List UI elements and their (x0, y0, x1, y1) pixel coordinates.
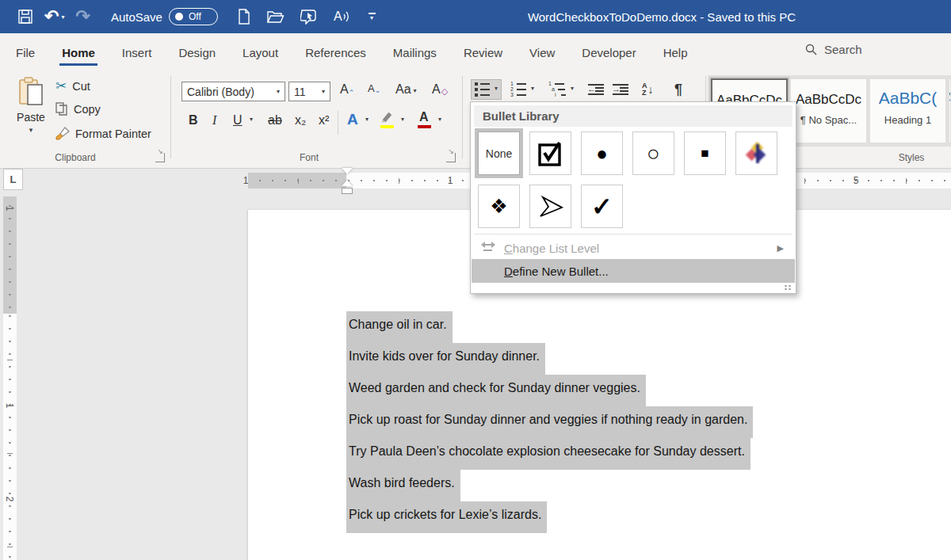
style-heading-1[interactable]: AaBbC( Heading 1 (869, 78, 946, 143)
search-box[interactable]: Search (805, 43, 862, 56)
paragraph-selected[interactable]: Pick up roast for Sunday dinner and vegg… (346, 406, 753, 438)
tab-file[interactable]: File (2, 36, 48, 67)
bullet-option-checkbox[interactable] (529, 131, 571, 175)
indent-markers[interactable] (341, 168, 353, 200)
sort-button[interactable]: AZ ↓ (639, 79, 657, 100)
numbering-button[interactable]: 1 2 3 ▾ (507, 79, 537, 100)
colored-star-bullet-icon (746, 143, 768, 165)
undo-button[interactable]: ↶ ▾ (44, 8, 64, 25)
touch-mouse-mode-icon[interactable] (300, 9, 318, 25)
open-folder-icon[interactable] (267, 10, 285, 24)
tab-references[interactable]: References (292, 36, 380, 67)
tab-home[interactable]: Home (48, 36, 109, 67)
numbering-caret[interactable]: ▾ (531, 85, 534, 92)
paragraph-selected[interactable]: Wash bird feeders. (346, 470, 753, 501)
ruler-number: 2 (4, 494, 15, 504)
font-color-button[interactable]: A (418, 112, 432, 129)
font-size-caret[interactable]: ▾ (322, 88, 325, 95)
vertical-ruler[interactable] (3, 196, 17, 560)
bullet-option-filled-square[interactable]: ■ (684, 131, 726, 175)
font-size-combobox[interactable]: 11 ▾ (288, 82, 330, 101)
tab-layout[interactable]: Layout (229, 36, 292, 67)
bold-button[interactable]: B (189, 113, 198, 128)
show-paragraph-marks-button[interactable]: ¶ (671, 79, 686, 100)
format-painter-brush-icon (55, 127, 70, 140)
menu-resize-grip[interactable] (784, 284, 792, 291)
font-dialog-launcher[interactable] (446, 153, 456, 162)
paste-button[interactable]: Paste ▾ (11, 77, 51, 151)
format-painter-button[interactable]: Format Painter (55, 127, 151, 140)
multilevel-caret[interactable]: ▾ (571, 85, 574, 92)
bullet-option-none[interactable]: None (478, 131, 520, 175)
subscript-button[interactable]: x₂ (295, 113, 306, 128)
customize-qat-icon[interactable]: ▾ (369, 13, 376, 21)
document-text[interactable]: Change oil in car. Invite kids over for … (346, 311, 753, 533)
bullet-option-filled-circle[interactable]: ● (581, 131, 623, 175)
bullet-option-arrowhead[interactable] (529, 185, 571, 228)
undo-dropdown-caret[interactable]: ▾ (61, 13, 64, 21)
paragraph-selected[interactable]: Invite kids over for Sunday dinner. (346, 343, 753, 375)
font-group-label: Font (277, 152, 341, 163)
new-document-icon[interactable] (237, 9, 251, 25)
font-name-combobox[interactable]: Calibri (Body) ▾ (181, 82, 285, 101)
decrease-indent-button[interactable]: ← (585, 79, 607, 100)
autosave-toggle-knob (175, 13, 183, 21)
bullet-option-open-circle[interactable]: ○ (632, 131, 674, 175)
underline-button[interactable]: U (233, 113, 243, 128)
tab-help[interactable]: Help (650, 36, 701, 67)
redo-button-disabled: ↷ (75, 8, 90, 25)
font-name-caret[interactable]: ▾ (277, 88, 280, 95)
tab-design[interactable]: Design (165, 36, 229, 67)
shrink-font-button[interactable]: A⌄ (368, 82, 380, 94)
title-bar: ↶ ▾ ↷ AutoSave Off (0, 0, 951, 33)
tab-developer[interactable]: Developer (568, 36, 649, 67)
horizontal-ruler-margin[interactable] (248, 173, 346, 189)
tab-insert[interactable]: Insert (109, 36, 166, 67)
left-indent-marker[interactable] (342, 188, 353, 194)
text-effects-button[interactable]: A (347, 111, 358, 128)
increase-indent-button[interactable]: → (609, 79, 632, 100)
bullet-option-colored-star[interactable] (735, 131, 777, 175)
tab-view[interactable]: View (516, 36, 568, 67)
change-case-button[interactable]: Aa▾ (395, 82, 417, 97)
autosave-control[interactable]: AutoSave Off (111, 8, 218, 25)
text-effects-caret[interactable]: ▾ (363, 116, 369, 125)
bullet-option-four-diamonds[interactable]: ❖ (478, 185, 520, 228)
grow-font-button[interactable]: A⌃ (340, 82, 354, 97)
highlight-button[interactable] (380, 112, 395, 128)
bullet-library-header: Bullet Library (474, 105, 792, 127)
numbering-icon: 1 2 3 (510, 82, 526, 97)
multilevel-list-button[interactable]: 1 a i ▾ (545, 79, 577, 100)
save-icon[interactable] (17, 9, 33, 25)
paste-dropdown-caret[interactable]: ▾ (29, 126, 33, 134)
read-aloud-icon[interactable]: A (334, 10, 351, 24)
tab-selector[interactable]: L (3, 169, 23, 190)
bullets-button[interactable]: ▾ (471, 79, 502, 100)
font-color-caret[interactable]: ▾ (436, 116, 441, 125)
clipboard-dialog-launcher[interactable] (155, 153, 165, 162)
paragraph-selected[interactable]: Change oil in car. (346, 311, 753, 343)
style-no-spacing[interactable]: AaBbCcDc ¶ No Spac... (790, 78, 867, 143)
copy-button[interactable]: Copy (55, 102, 101, 116)
autosave-toggle[interactable]: Off (169, 8, 218, 25)
superscript-button[interactable]: x² (319, 113, 329, 128)
clear-formatting-button[interactable]: A◇ (432, 82, 448, 97)
paragraph-selected[interactable]: Pick up crickets for Lexie’s lizards. (346, 501, 753, 533)
highlight-caret[interactable]: ▾ (399, 116, 404, 125)
paragraph-selected[interactable]: Try Paula Deen’s chocolate explosion che… (346, 438, 753, 470)
underline-caret[interactable]: ▾ (247, 116, 253, 125)
bullet-option-checkmark[interactable]: ✓ (581, 185, 623, 228)
hanging-indent-marker[interactable] (342, 180, 353, 186)
cut-button[interactable]: ✂ Cut (55, 78, 90, 94)
bullets-caret[interactable]: ▾ (495, 85, 498, 92)
tab-review[interactable]: Review (450, 36, 516, 67)
ruler-number: 1 (4, 204, 15, 213)
paragraph-selected[interactable]: Weed garden and check for Sunday dinner … (346, 375, 753, 406)
first-line-indent-marker[interactable] (342, 168, 353, 174)
highlighter-pen-icon (380, 112, 395, 128)
strikethrough-button[interactable]: ab (268, 113, 282, 128)
italic-button[interactable]: I (212, 113, 216, 128)
tab-mailings[interactable]: Mailings (380, 36, 450, 67)
group-divider (462, 76, 463, 158)
define-new-bullet-item[interactable]: Define New Bullet... (472, 259, 795, 283)
